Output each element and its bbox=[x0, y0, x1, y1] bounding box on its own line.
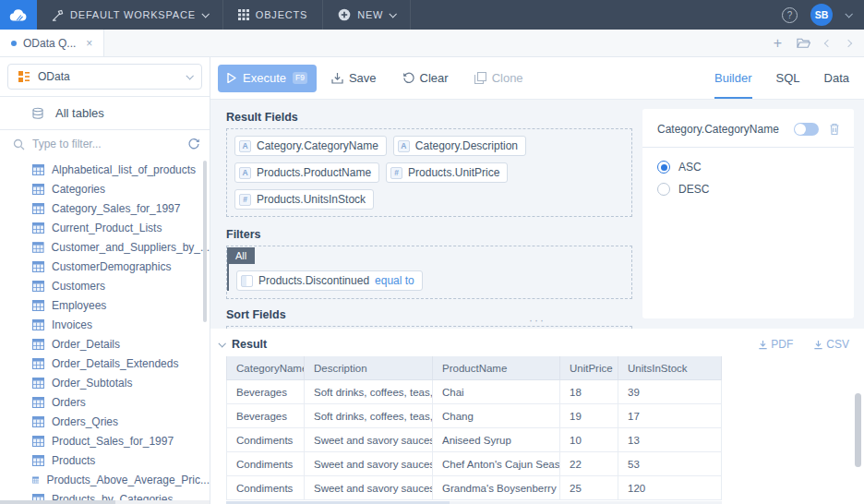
filters-dropzone[interactable]: All Products.Discontinued equal to bbox=[226, 246, 632, 299]
export-pdf-button[interactable]: PDF bbox=[758, 338, 793, 351]
all-tables-label: All tables bbox=[55, 106, 104, 120]
objects-menu[interactable]: OBJECTS bbox=[223, 0, 323, 30]
cell: 25 bbox=[560, 476, 618, 500]
tab-builder[interactable]: Builder bbox=[714, 57, 751, 99]
clone-icon bbox=[474, 72, 486, 84]
table-list-item[interactable]: Invoices bbox=[0, 315, 210, 334]
table-list-item[interactable]: Orders_Qries bbox=[0, 412, 210, 431]
table-name: Employees bbox=[52, 299, 106, 312]
workspace-menu[interactable]: DEFAULT WORKSPACE bbox=[37, 0, 223, 30]
column-header[interactable]: ProductName bbox=[433, 356, 560, 380]
result-field-chip[interactable]: A Category.Description bbox=[393, 136, 526, 156]
tab-odata-query[interactable]: OData Q... × bbox=[0, 30, 104, 56]
table-list-item[interactable]: Current_Product_Lists bbox=[0, 218, 210, 237]
table-icon bbox=[32, 416, 44, 427]
collapse-result-icon[interactable] bbox=[218, 340, 225, 347]
column-header[interactable]: UnitsInStock bbox=[618, 356, 722, 380]
column-header[interactable]: CategoryName bbox=[226, 356, 305, 380]
result-field-chip[interactable]: A Category.CategoryName bbox=[234, 136, 387, 156]
filter-field-label: Products.Discontinued bbox=[258, 274, 369, 287]
tab-close-icon[interactable]: × bbox=[86, 37, 92, 50]
cell: Beverages bbox=[226, 380, 305, 404]
workspace-label: DEFAULT WORKSPACE bbox=[70, 9, 196, 20]
export-csv-button[interactable]: CSV bbox=[813, 338, 849, 351]
nav-forward-icon[interactable] bbox=[845, 39, 852, 46]
table-row[interactable]: Condiments Sweet and savory sauces, reli… bbox=[226, 452, 722, 476]
execute-button[interactable]: Execute F9 bbox=[218, 65, 317, 92]
clone-button[interactable]: Clone bbox=[463, 71, 534, 85]
column-header[interactable]: Description bbox=[305, 356, 433, 380]
filter-group-badge[interactable]: All bbox=[227, 247, 255, 264]
clear-button[interactable]: Clear bbox=[391, 71, 460, 85]
cell: 53 bbox=[618, 452, 722, 476]
table-list-item[interactable]: Order_Details_Extendeds bbox=[0, 354, 210, 373]
filter-chip[interactable]: Products.Discontinued equal to bbox=[236, 270, 423, 291]
result-fields-dropzone[interactable]: A Category.CategoryName A Category.Descr… bbox=[226, 128, 632, 217]
table-list-item[interactable]: Order_Subtotals bbox=[0, 373, 210, 392]
table-filter-input[interactable] bbox=[32, 138, 180, 150]
refresh-icon[interactable] bbox=[187, 138, 200, 150]
table-list-item[interactable]: Orders bbox=[0, 392, 210, 412]
table-list-item[interactable]: Product_Sales_for_1997 bbox=[0, 431, 210, 450]
table-list-item[interactable]: Category_Sales_for_1997 bbox=[0, 198, 210, 218]
connection-select[interactable]: OData bbox=[7, 64, 202, 90]
sidebar-vertical-scrollbar[interactable] bbox=[203, 161, 207, 322]
table-name: Order_Details bbox=[52, 338, 120, 351]
table-row[interactable]: Beverages Soft drinks, coffees, teas, be… bbox=[226, 380, 722, 404]
table-name: Products_Above_Average_Pric... bbox=[46, 474, 210, 486]
table-row[interactable]: Condiments Sweet and savory sauces, reli… bbox=[226, 428, 722, 452]
tab-data[interactable]: Data bbox=[824, 57, 849, 99]
radio-desc[interactable]: DESC bbox=[657, 183, 839, 196]
table-list-item[interactable]: Employees bbox=[0, 295, 210, 315]
radio-asc[interactable]: ASC bbox=[657, 161, 839, 174]
user-menu-chevron-icon[interactable] bbox=[845, 10, 852, 18]
asc-label: ASC bbox=[678, 161, 702, 174]
table-icon bbox=[32, 455, 44, 466]
search-icon bbox=[13, 138, 25, 150]
sort-card-title: Category.CategoryName bbox=[657, 123, 794, 136]
table-name: CustomerDemographics bbox=[52, 260, 171, 273]
cell: Condiments bbox=[226, 476, 305, 500]
save-button[interactable]: Save bbox=[320, 71, 388, 85]
table-list-item[interactable]: Order_Details bbox=[0, 334, 210, 354]
table-list-item[interactable]: Products bbox=[0, 450, 210, 470]
all-tables-header[interactable]: All tables bbox=[0, 97, 210, 130]
cell: Sweet and savory sauces, relishe... bbox=[305, 452, 433, 476]
filter-operator-link[interactable]: equal to bbox=[375, 274, 414, 287]
result-field-chip[interactable]: A Products.ProductName bbox=[234, 162, 379, 183]
table-list-item[interactable]: Customers bbox=[0, 276, 210, 295]
clear-icon bbox=[402, 72, 414, 84]
result-vertical-scrollbar[interactable] bbox=[855, 393, 861, 467]
sort-enabled-toggle[interactable] bbox=[794, 123, 819, 136]
app-logo[interactable] bbox=[0, 0, 37, 30]
nav-back-icon[interactable] bbox=[824, 39, 832, 46]
open-folder-icon[interactable] bbox=[797, 37, 810, 49]
tab-sql[interactable]: SQL bbox=[776, 57, 800, 99]
result-field-chip[interactable]: # Products.UnitPrice bbox=[386, 162, 508, 183]
new-menu[interactable]: NEW bbox=[323, 0, 411, 30]
column-header[interactable]: UnitPrice bbox=[560, 356, 618, 380]
table-list-item[interactable]: Products_Above_Average_Pric... bbox=[0, 470, 210, 489]
table-icon bbox=[32, 164, 44, 175]
table-icon bbox=[32, 358, 44, 369]
user-avatar[interactable]: SB bbox=[810, 4, 833, 26]
table-name: Products bbox=[52, 454, 95, 467]
trash-icon[interactable] bbox=[828, 122, 841, 136]
table-list-item[interactable]: CustomerDemographics bbox=[0, 257, 210, 276]
result-field-chip[interactable]: # Products.UnitsInStock bbox=[234, 189, 374, 210]
table-row[interactable]: Condiments Sweet and savory sauces, reli… bbox=[226, 476, 722, 500]
table-list-item[interactable]: Alphabetical_list_of_products bbox=[0, 160, 210, 179]
help-button[interactable]: ? bbox=[782, 7, 798, 23]
save-icon bbox=[331, 72, 343, 84]
table-list-item[interactable]: Customer_and_Suppliers_by_... bbox=[0, 237, 210, 257]
table-list-item[interactable]: Categories bbox=[0, 179, 210, 198]
new-tab-button[interactable]: + bbox=[774, 35, 782, 52]
panel-splitter[interactable]: ··· bbox=[529, 314, 546, 327]
sidebar-horizontal-scrollbar[interactable] bbox=[0, 500, 210, 504]
avatar-initials: SB bbox=[815, 9, 829, 20]
result-section: Result PDF CSV CategoryName De bbox=[210, 329, 864, 504]
table-name: Customer_and_Suppliers_by_... bbox=[52, 241, 210, 254]
execute-label: Execute bbox=[243, 71, 286, 85]
table-row[interactable]: Beverages Soft drinks, coffees, teas, be… bbox=[226, 404, 722, 428]
field-type-icon: A bbox=[398, 140, 410, 152]
